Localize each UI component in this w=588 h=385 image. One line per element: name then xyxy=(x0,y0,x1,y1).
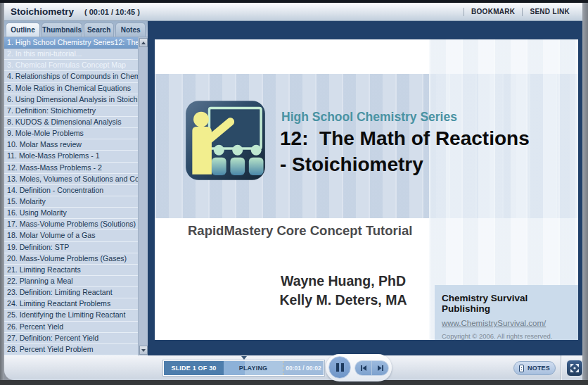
arrow-down-icon xyxy=(141,349,146,352)
tab-search[interactable]: Search xyxy=(84,23,114,37)
outline-item[interactable]: 14. Definition - Concentration xyxy=(4,185,138,196)
outline-item[interactable]: 17. Mass-Volume Problems (Solutions) xyxy=(4,219,138,230)
outline-item[interactable]: 22. Planning a Meal xyxy=(4,276,138,287)
outline-item[interactable]: 19. Definition: STP xyxy=(4,242,138,253)
header-divider xyxy=(522,8,523,16)
outline-item[interactable]: 18. Molar Volume of a Gas xyxy=(4,230,138,241)
outline-item[interactable]: 27. Definition: Percent Yield xyxy=(4,333,138,344)
previous-slide-button[interactable] xyxy=(355,361,372,375)
window-right-edge xyxy=(582,3,588,385)
header-bar: Stoichiometry ( 00:01 / 10:45 ) BOOKMARK… xyxy=(4,3,582,21)
header-actions: BOOKMARK SEND LINK xyxy=(456,8,582,16)
publisher-box: Chemistry Survival Publishing www.Chemis… xyxy=(435,285,578,340)
outline-item[interactable]: 10. Molar Mass review xyxy=(4,139,138,151)
bookmark-button[interactable]: BOOKMARK xyxy=(471,8,515,15)
step-buttons xyxy=(354,360,389,376)
progress-strip: SLIDE 1 OF 30 PLAYING 00:01 / 00:02 xyxy=(163,360,324,376)
slide-stage: High School Chemistry Series 12: The Mat… xyxy=(148,21,582,355)
playbar-divider xyxy=(561,355,561,380)
outline-item[interactable]: 24. Limiting Reactant Problems xyxy=(4,298,138,310)
playhead-marker-icon[interactable] xyxy=(241,356,247,360)
authors-block: Wayne Huang, PhD Kelly M. Deters, MA xyxy=(266,272,421,310)
tab-notes[interactable]: Notes xyxy=(115,23,146,37)
pause-icon xyxy=(341,363,344,372)
author-1: Wayne Huang, PhD xyxy=(266,272,421,291)
outline-item[interactable]: 12. Mass-Mass Problems - 2 xyxy=(4,163,138,174)
author-2: Kelly M. Deters, MA xyxy=(266,291,421,310)
outline-item[interactable]: 4. Relationships of Compounds in Chemica… xyxy=(4,71,138,82)
transport-controls xyxy=(326,354,392,381)
outline-item[interactable]: 9. Mole-Mole Problems xyxy=(4,128,138,139)
outline-item[interactable]: 8. KUDOS & Dimensional Analysis xyxy=(4,117,138,128)
notes-button-label: NOTES xyxy=(528,365,550,372)
step-forward-icon xyxy=(377,365,384,372)
notes-button[interactable]: NOTES xyxy=(513,361,556,375)
pause-icon xyxy=(336,363,339,372)
outline-item[interactable]: 11. Mole-Mass Problems - 1 xyxy=(4,151,138,162)
slide-canvas: High School Chemistry Series 12: The Mat… xyxy=(155,39,578,340)
progress-track[interactable]: PLAYING xyxy=(224,361,283,375)
playback-bar: SLIDE 1 OF 30 PLAYING 00:01 / 00:02 xyxy=(4,355,582,380)
playback-status: PLAYING xyxy=(239,365,268,372)
tab-outline[interactable]: Outline xyxy=(6,23,40,37)
slide-main-title: 12: The Math of Reactions - Stoichiometr… xyxy=(280,125,530,177)
outline-scrollbar[interactable] xyxy=(138,37,148,355)
presentation-classroom-icon xyxy=(185,99,266,182)
outline-item[interactable]: 7. Definition: Stoichiometry xyxy=(4,106,138,117)
header-divider xyxy=(464,8,464,16)
presentation-player-window: Stoichiometry ( 00:01 / 10:45 ) BOOKMARK… xyxy=(0,0,588,385)
tutorial-subtitle: RapidMastery Core Concept Tutorial xyxy=(188,223,412,239)
outline-item[interactable]: 26. Percent Yield xyxy=(4,322,138,333)
publisher-link[interactable]: www.ChemistrySurvival.com/ xyxy=(442,319,546,327)
outline-item[interactable]: 21. Limiting Reactants xyxy=(4,265,138,276)
pause-button[interactable] xyxy=(328,356,351,379)
outline-item[interactable]: 23. Definition: Limiting Reactant xyxy=(4,287,138,298)
slide-count-badge: SLIDE 1 OF 30 xyxy=(164,361,224,375)
sidebar: Outline Thumbnails Search Notes 1. High … xyxy=(4,21,148,355)
series-title: High School Chemistry Series xyxy=(281,110,457,125)
window-bottom-edge xyxy=(0,380,588,385)
outline-item[interactable]: 3. Chemical Formulas Concept Map xyxy=(4,60,138,71)
outline-item[interactable]: 6. Using Dimensional Analysis in Stoichi… xyxy=(4,94,138,106)
sidebar-tabs: Outline Thumbnails Search Notes xyxy=(4,21,148,37)
outline-item[interactable]: 20. Mass-Volume Problems (Gases) xyxy=(4,253,138,265)
outline-item[interactable]: 5. Mole Ratios in Chemical Equations xyxy=(4,83,138,94)
outline-item[interactable]: 16. Using Molarity xyxy=(4,208,138,219)
tab-thumbnails[interactable]: Thumbnails xyxy=(41,23,82,37)
arrow-up-icon xyxy=(141,42,146,44)
outline-item[interactable]: 2. In this mini-tutorial... xyxy=(4,49,138,60)
publisher-name: Chemistry Survival Publishing xyxy=(442,293,573,314)
outline-item[interactable]: 13. Moles, Volumes of Solutions and Conc… xyxy=(4,174,138,185)
send-link-button[interactable]: SEND LINK xyxy=(530,8,570,15)
step-back-icon xyxy=(360,365,367,372)
outline-item[interactable]: 28. Percent Yield Problem xyxy=(4,344,138,355)
fullscreen-toggle-button[interactable] xyxy=(566,360,583,377)
copyright-text: Copyright © 2006. All rights reserved. xyxy=(442,332,573,340)
notes-document-icon xyxy=(519,365,524,372)
next-slide-button[interactable] xyxy=(372,361,388,375)
slide-time: 00:01 / 00:02 xyxy=(283,361,324,375)
scroll-down-button[interactable] xyxy=(139,346,148,355)
outline-item[interactable]: 15. Molarity xyxy=(4,196,138,208)
presentation-elapsed-time: ( 00:01 / 10:45 ) xyxy=(84,8,140,16)
outline-item[interactable]: 1. High School Chemistry Series12: The M… xyxy=(4,37,138,49)
outline-list: 1. High School Chemistry Series12: The M… xyxy=(4,37,138,355)
scroll-up-button[interactable] xyxy=(139,38,148,47)
outline-item[interactable]: 25. Identifying the Limiting Reactant xyxy=(4,310,138,321)
fullscreen-icon xyxy=(569,362,580,374)
presentation-title: Stoichiometry xyxy=(11,6,74,17)
